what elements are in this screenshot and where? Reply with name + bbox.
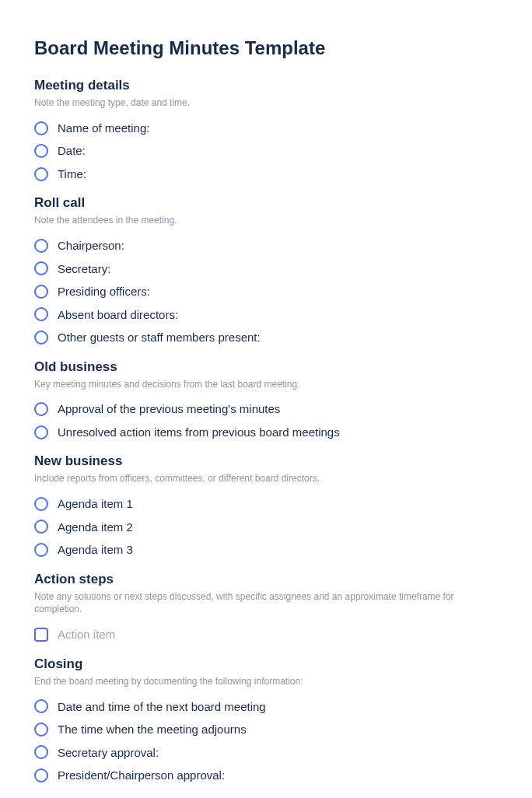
radio-icon[interactable] (34, 331, 48, 345)
radio-icon[interactable] (34, 520, 48, 534)
section-title: New business (34, 453, 498, 469)
list-item[interactable]: Presiding officers: (34, 284, 498, 299)
radio-icon[interactable] (34, 144, 48, 158)
radio-icon[interactable] (34, 285, 48, 299)
item-label: Agenda item 1 (58, 496, 133, 512)
section-title: Roll call (34, 195, 498, 211)
item-label: Absent board directors: (58, 307, 178, 323)
list-item[interactable]: Other guests or staff members present: (34, 330, 498, 345)
list-item[interactable]: Absent board directors: (34, 307, 498, 323)
radio-icon[interactable] (34, 745, 48, 759)
item-label: Date: (58, 143, 86, 159)
item-label: Agenda item 3 (58, 542, 133, 558)
section-description: Note the attendees in the meeting. (34, 214, 498, 227)
section: Roll callNote the attendees in the meeti… (34, 195, 498, 345)
section-description: End the board meeting by documenting the… (34, 675, 498, 688)
page-title: Board Meeting Minutes Template (34, 37, 498, 59)
radio-icon[interactable] (34, 543, 48, 557)
radio-icon[interactable] (34, 307, 48, 321)
list-item[interactable]: Chairperson: (34, 238, 498, 254)
item-label: Secretary approval: (58, 745, 159, 761)
list-item[interactable]: Agenda item 3 (34, 542, 498, 558)
section: New businessInclude reports from officer… (34, 453, 498, 557)
section-title: Closing (34, 656, 498, 672)
item-label: Unresolved action items from previous bo… (58, 425, 340, 440)
item-label: Name of meeting: (58, 121, 149, 136)
list-item[interactable]: Date and time of the next board meeting (34, 699, 498, 715)
radio-icon[interactable] (34, 402, 48, 416)
section: Meeting detailsNote the meeting type, da… (34, 78, 498, 181)
radio-icon[interactable] (34, 121, 48, 135)
section: ClosingEnd the board meeting by document… (34, 656, 498, 783)
section-title: Meeting details (34, 78, 498, 93)
radio-icon[interactable] (34, 261, 48, 275)
radio-icon[interactable] (34, 497, 48, 511)
list-item[interactable]: Agenda item 1 (34, 496, 498, 512)
list-item[interactable]: Agenda item 2 (34, 520, 498, 535)
section: Old businessKey meeting minutes and deci… (34, 359, 498, 440)
list-item[interactable]: Approval of the previous meeting's minut… (34, 401, 498, 417)
radio-icon[interactable] (34, 167, 48, 181)
radio-icon[interactable] (34, 239, 48, 253)
section-description: Note the meeting type, date and time. (34, 96, 498, 110)
item-label: Agenda item 2 (58, 520, 133, 535)
list-item[interactable]: Secretary: (34, 261, 498, 277)
section-title: Old business (34, 359, 498, 375)
item-label: The time when the meeting adjourns (58, 722, 247, 737)
item-label: Other guests or staff members present: (58, 330, 261, 345)
list-item[interactable]: Date: (34, 143, 498, 159)
item-label: Action item (58, 627, 115, 642)
section-description: Include reports from officers, committee… (34, 472, 498, 485)
item-label: Time: (58, 166, 86, 182)
section: Action stepsNote any solutions or next s… (34, 572, 498, 642)
list-item[interactable]: Name of meeting: (34, 121, 498, 136)
item-label: Secretary: (58, 261, 110, 277)
radio-icon[interactable] (34, 723, 48, 737)
radio-icon[interactable] (34, 425, 48, 439)
radio-icon[interactable] (34, 699, 48, 713)
section-description: Note any solutions or next steps discuss… (34, 590, 498, 617)
list-item[interactable]: Unresolved action items from previous bo… (34, 425, 498, 440)
item-label: Approval of the previous meeting's minut… (58, 401, 280, 417)
section-description: Key meeting minutes and decisions from t… (34, 378, 498, 391)
list-item[interactable]: The time when the meeting adjourns (34, 722, 498, 737)
item-label: Date and time of the next board meeting (58, 699, 266, 715)
radio-icon[interactable] (34, 768, 48, 782)
section-title: Action steps (34, 572, 498, 587)
item-label: Presiding officers: (58, 284, 150, 299)
checkbox-icon[interactable] (34, 628, 48, 642)
item-label: Chairperson: (58, 238, 124, 254)
list-item[interactable]: Action item (34, 627, 498, 642)
list-item[interactable]: Secretary approval: (34, 745, 498, 761)
list-item[interactable]: President/Chairperson approval: (34, 768, 498, 783)
item-label: President/Chairperson approval: (58, 768, 225, 783)
list-item[interactable]: Time: (34, 166, 498, 182)
